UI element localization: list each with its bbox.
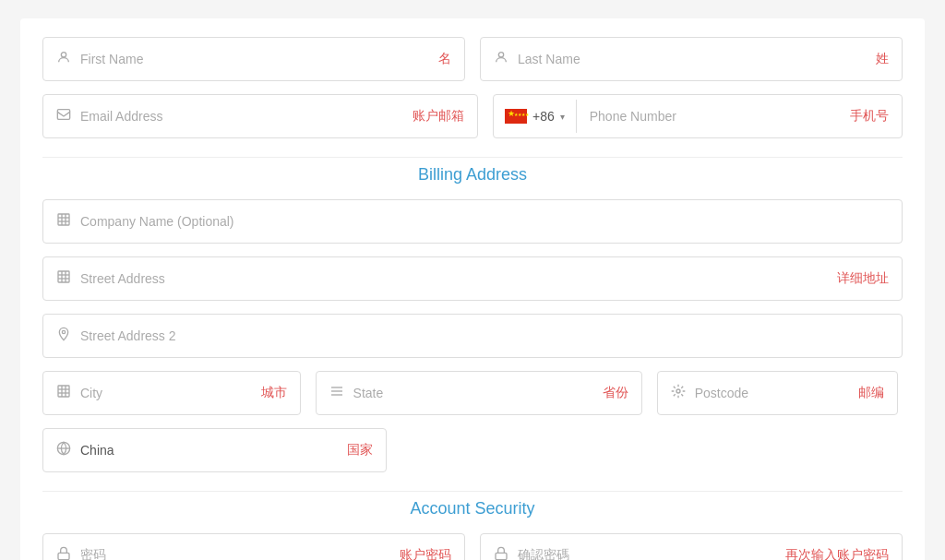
svg-rect-25 — [58, 553, 69, 559]
svg-rect-8 — [58, 271, 69, 282]
svg-rect-14 — [58, 386, 69, 397]
city-hint: 城市 — [261, 385, 287, 401]
svg-point-1 — [498, 53, 503, 57]
country-row: China 国家 — [42, 428, 903, 472]
person-icon-2 — [494, 50, 508, 68]
company-placeholder: Company Name (Optional) — [80, 214, 234, 229]
email-hint: 账户邮箱 — [413, 108, 464, 125]
svg-rect-2 — [57, 110, 69, 120]
person-icon — [56, 50, 71, 68]
confirm-password-hint: 再次输入账户密码 — [785, 547, 889, 560]
state-hint: 省份 — [603, 385, 628, 401]
account-security-title: Account Security — [42, 491, 903, 518]
postcode-hint: 邮编 — [858, 385, 884, 401]
location-icon — [56, 327, 71, 345]
company-row: Company Name (Optional) — [42, 199, 903, 244]
last-name-hint: 姓 — [876, 51, 889, 67]
street2-placeholder: Street Address 2 — [80, 328, 176, 343]
country-field[interactable]: China 国家 — [42, 428, 387, 472]
chevron-down-icon: ▾ — [560, 112, 565, 122]
email-phone-row: Email Address 账户邮箱 +86 ▾ Phone Number 手机… — [42, 94, 903, 138]
city-field[interactable]: City 城市 — [42, 371, 301, 415]
phone-code: +86 — [532, 109, 555, 124]
first-name-placeholder: First Name — [80, 52, 143, 66]
phone-inner[interactable]: Phone Number 手机号 — [577, 99, 902, 134]
password-row: 密码 账户密码 确認密碼 再次输入账户密码 — [42, 533, 903, 560]
street-address-row: Street Address 详细地址 — [42, 256, 903, 301]
svg-rect-3 — [58, 214, 69, 225]
password-field[interactable]: 密码 账户密码 — [42, 533, 465, 560]
city-placeholder: City — [80, 386, 102, 400]
postcode-field[interactable]: Postcode 邮编 — [657, 371, 898, 415]
svg-point-13 — [62, 330, 65, 333]
registration-form: First Name 名 Last Name 姓 Email Address 账… — [20, 18, 925, 560]
phone-field[interactable]: +86 ▾ Phone Number 手机号 — [493, 94, 903, 138]
street-icon — [56, 269, 71, 288]
password-placeholder: 密码 — [80, 547, 106, 560]
country-value: China — [80, 443, 114, 458]
name-row: First Name 名 Last Name 姓 — [42, 37, 903, 81]
state-placeholder: State — [353, 386, 384, 400]
postcode-icon — [671, 384, 686, 402]
postcode-placeholder: Postcode — [695, 386, 748, 400]
building-icon — [56, 212, 71, 231]
street-hint: 详细地址 — [837, 270, 889, 287]
first-name-hint: 名 — [438, 51, 451, 67]
svg-rect-26 — [496, 553, 507, 559]
street-address-field[interactable]: Street Address 详细地址 — [42, 256, 903, 301]
city-state-post-row: City 城市 State 省份 Postcode 邮编 — [42, 371, 903, 415]
country-hint: 国家 — [347, 442, 373, 459]
confirm-password-field[interactable]: 确認密碼 再次输入账户密码 — [480, 533, 903, 560]
password-hint: 账户密码 — [400, 547, 451, 560]
email-field[interactable]: Email Address 账户邮箱 — [42, 94, 478, 138]
phone-country-selector[interactable]: +86 ▾ — [494, 100, 577, 133]
street-placeholder: Street Address — [80, 271, 165, 286]
phone-hint: 手机号 — [850, 108, 889, 125]
company-name-field[interactable]: Company Name (Optional) — [42, 199, 903, 244]
last-name-field[interactable]: Last Name 姓 — [480, 37, 903, 81]
phone-placeholder: Phone Number — [590, 109, 676, 124]
svg-point-22 — [676, 389, 680, 393]
city-icon — [56, 384, 71, 402]
billing-address-title: Billing Address — [42, 157, 903, 185]
confirm-password-placeholder: 确認密碼 — [518, 547, 569, 560]
last-name-placeholder: Last Name — [518, 52, 580, 66]
first-name-field[interactable]: First Name 名 — [42, 37, 465, 81]
email-icon — [56, 107, 71, 125]
svg-point-0 — [61, 53, 66, 57]
lock-icon-2 — [494, 546, 508, 560]
state-icon — [329, 384, 344, 402]
street-address2-field[interactable]: Street Address 2 — [42, 314, 903, 358]
email-placeholder: Email Address — [80, 109, 162, 124]
lock-icon — [56, 546, 71, 560]
street-address2-row: Street Address 2 — [42, 314, 903, 358]
china-flag — [505, 109, 527, 124]
globe-icon — [56, 441, 71, 459]
state-field[interactable]: State 省份 — [316, 371, 642, 415]
